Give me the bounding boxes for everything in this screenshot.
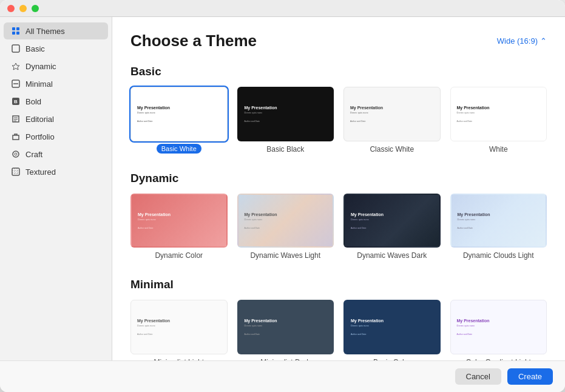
thumb-subtitle: Donec quis nunc — [137, 111, 221, 114]
thumb-subtitle: Donec quis nunc — [245, 218, 327, 221]
sidebar-item-dynamic[interactable]: Dynamic — [4, 58, 108, 75]
theme-thumbnail-minimalist-dark: My PresentationDonec quis nuncAuthor and… — [237, 300, 334, 354]
theme-thumbnail-dynamic-waves-dark: My PresentationDonec quis nuncAuthor and… — [343, 194, 441, 248]
sidebar-label-editorial: Editorial — [25, 115, 54, 124]
theme-item-dynamic-color[interactable]: My PresentationDonec quis nuncAuthor and… — [130, 194, 228, 260]
thumb-author: Author and Date — [351, 333, 433, 336]
sidebar-item-portfolio[interactable]: Portfolio — [4, 128, 108, 145]
svg-text:B: B — [14, 99, 18, 104]
theme-item-basic-white[interactable]: My PresentationDonec quis nuncAuthor and… — [130, 87, 228, 154]
thumb-title: My Presentation — [457, 106, 541, 110]
thumb-subtitle: Donec quis nunc — [457, 324, 541, 327]
sidebar-label-portfolio: Portfolio — [25, 132, 55, 141]
title-bar — [0, 0, 565, 17]
basic-theme-grid: My PresentationDonec quis nuncAuthor and… — [130, 87, 547, 154]
theme-thumbnail-minimalist-light: My PresentationDonec quis nuncAuthor and… — [130, 300, 228, 354]
thumb-author: Author and Date — [138, 227, 220, 229]
basic-section-title: Basic — [130, 65, 547, 78]
minimal-section-title: Minimal — [130, 278, 547, 291]
theme-label-basic-black: Basic Black — [266, 145, 304, 154]
theme-label-dynamic-clouds-light: Dynamic Clouds Light — [463, 251, 534, 260]
page-title: Choose a Theme — [130, 32, 257, 50]
main-panel: Choose a Theme Wide (16:9) ⌃ Basic My Pr… — [112, 17, 565, 360]
thumb-title: My Presentation — [351, 319, 433, 323]
create-button[interactable]: Create — [507, 368, 553, 385]
bold-icon: B — [11, 96, 21, 106]
theme-label-dynamic-waves-dark: Dynamic Waves Dark — [357, 251, 427, 260]
thumb-author: Author and Date — [245, 120, 327, 123]
sidebar-item-all-themes[interactable]: All Themes — [4, 22, 108, 39]
svg-rect-0 — [12, 27, 15, 30]
theme-item-dynamic-waves-dark[interactable]: My PresentationDonec quis nuncAuthor and… — [343, 194, 441, 260]
thumb-subtitle: Donec quis nunc — [458, 218, 540, 221]
theme-thumbnail-dynamic-clouds-light: My PresentationDonec quis nuncAuthor and… — [450, 194, 547, 248]
theme-item-minimalist-dark[interactable]: My PresentationDonec quis nuncAuthor and… — [237, 300, 334, 360]
dynamic-theme-grid: My PresentationDonec quis nuncAuthor and… — [130, 194, 547, 260]
thumb-author: Author and Date — [458, 227, 540, 229]
dynamic-section-title: Dynamic — [130, 172, 547, 185]
sidebar-label-dynamic: Dynamic — [25, 62, 56, 71]
sidebar-label-textured: Textured — [25, 167, 56, 177]
svg-rect-4 — [12, 45, 19, 52]
svg-rect-3 — [16, 32, 19, 35]
theme-item-white[interactable]: My PresentationDonec quis nuncAuthor and… — [450, 87, 547, 154]
maximize-button[interactable] — [32, 5, 39, 12]
thumb-title: My Presentation — [245, 212, 327, 217]
theme-label-classic-white: Classic White — [370, 145, 414, 154]
thumb-title: My Presentation — [138, 212, 220, 217]
thumb-author: Author and Date — [351, 227, 433, 229]
thumb-author: Author and Date — [245, 227, 327, 229]
sidebar-item-textured[interactable]: Textured — [4, 163, 108, 180]
main-header: Choose a Theme Wide (16:9) ⌃ — [112, 17, 565, 60]
sidebar-label-basic: Basic — [25, 44, 45, 53]
sidebar-item-editorial[interactable]: Editorial — [4, 110, 108, 127]
theme-item-basic-black[interactable]: My PresentationDonec quis nuncAuthor and… — [237, 87, 334, 154]
theme-label-white: White — [489, 145, 508, 154]
thumb-title: My Presentation — [350, 106, 434, 110]
sidebar: All ThemesBasicDynamicMinimalBBoldEditor… — [0, 17, 112, 360]
theme-thumbnail-basic-white: My PresentationDonec quis nuncAuthor and… — [130, 87, 228, 141]
basic-section: Basic My PresentationDonec quis nuncAuth… — [130, 65, 547, 154]
bottom-bar: Cancel Create — [0, 360, 565, 392]
sidebar-label-minimal: Minimal — [25, 79, 53, 89]
theme-item-classic-white[interactable]: My PresentationDonec quis nuncAuthor and… — [343, 87, 441, 154]
theme-item-basic-color[interactable]: My PresentationDonec quis nuncAuthor and… — [343, 300, 441, 360]
theme-item-minimalist-light[interactable]: My PresentationDonec quis nuncAuthor and… — [130, 300, 228, 360]
thumb-author: Author and Date — [457, 120, 541, 123]
thumb-title: My Presentation — [457, 319, 541, 323]
sidebar-item-minimal[interactable]: Minimal — [4, 75, 108, 92]
thumb-title: My Presentation — [351, 212, 433, 217]
theme-item-dynamic-waves-light[interactable]: My PresentationDonec quis nuncAuthor and… — [237, 194, 334, 260]
thumb-author: Author and Date — [457, 333, 541, 336]
cancel-button[interactable]: Cancel — [455, 368, 501, 385]
sidebar-item-craft[interactable]: Craft — [4, 146, 108, 163]
thumb-title: My Presentation — [245, 319, 327, 323]
theme-label-dynamic-waves-light: Dynamic Waves Light — [250, 251, 320, 260]
sidebar-item-basic[interactable]: Basic — [4, 40, 108, 57]
theme-thumbnail-basic-color: My PresentationDonec quis nuncAuthor and… — [343, 300, 441, 354]
theme-thumbnail-classic-white: My PresentationDonec quis nuncAuthor and… — [343, 87, 441, 141]
dynamic-section: Dynamic My PresentationDonec quis nuncAu… — [130, 172, 547, 260]
sidebar-item-bold[interactable]: BBold — [4, 93, 108, 110]
dynamic-icon — [11, 61, 21, 71]
theme-grid-scroll[interactable]: Basic My PresentationDonec quis nuncAuth… — [112, 60, 565, 360]
theme-item-dynamic-clouds-light[interactable]: My PresentationDonec quis nuncAuthor and… — [450, 194, 547, 260]
thumb-subtitle: Donec quis nunc — [245, 111, 327, 114]
theme-thumbnail-color-gradient-light: My PresentationDonec quis nuncAuthor and… — [450, 300, 547, 354]
thumb-title: My Presentation — [458, 212, 540, 217]
theme-item-color-gradient-light[interactable]: My PresentationDonec quis nuncAuthor and… — [450, 300, 547, 360]
minimize-button[interactable] — [19, 5, 27, 12]
svg-rect-2 — [12, 32, 15, 35]
svg-point-13 — [15, 153, 17, 155]
theme-thumbnail-dynamic-color: My PresentationDonec quis nuncAuthor and… — [130, 194, 228, 248]
minimal-section: Minimal My PresentationDonec quis nuncAu… — [130, 278, 547, 360]
close-button[interactable] — [7, 5, 15, 12]
thumb-subtitle: Donec quis nunc — [350, 111, 434, 114]
svg-rect-14 — [12, 168, 19, 175]
all-themes-icon — [11, 26, 21, 36]
basic-icon — [11, 44, 21, 53]
thumb-subtitle: Donec quis nunc — [245, 324, 327, 327]
chevron-icon: ⌃ — [540, 36, 547, 46]
theme-thumbnail-white: My PresentationDonec quis nuncAuthor and… — [450, 87, 547, 141]
aspect-ratio-selector[interactable]: Wide (16:9) ⌃ — [497, 36, 547, 46]
